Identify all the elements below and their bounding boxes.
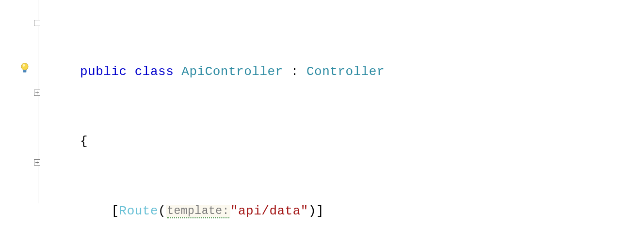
colon: : xyxy=(283,64,306,79)
outline-line xyxy=(38,0,38,203)
fold-toggle-class[interactable] xyxy=(34,20,40,26)
svg-rect-3 xyxy=(23,71,27,72)
route1-string: "api/data" xyxy=(230,204,308,218)
svg-point-1 xyxy=(23,64,25,67)
gutter xyxy=(0,0,46,244)
class-declaration-line: public class ApiController : Controller xyxy=(80,60,386,83)
code-area[interactable]: public class ApiController : Controller … xyxy=(46,0,386,244)
fold-toggle-method2[interactable] xyxy=(34,159,40,166)
open-brace: { xyxy=(80,134,88,149)
svg-point-0 xyxy=(21,63,28,70)
attr1-bracket-open: [ xyxy=(111,204,119,218)
class-name: ApiController xyxy=(181,64,283,79)
svg-rect-2 xyxy=(23,70,27,71)
param-hint1: template: xyxy=(167,205,229,218)
code-editor[interactable]: public class ApiController : Controller … xyxy=(0,0,644,244)
attr1-bracket-close: ] xyxy=(316,204,324,218)
lightbulb-icon[interactable] xyxy=(20,63,29,74)
attr1-paren-open: ( xyxy=(158,204,166,218)
keyword-public: public xyxy=(80,64,127,79)
keyword-class: class xyxy=(135,64,174,79)
route-attr1: Route xyxy=(119,204,159,218)
base-class: Controller xyxy=(306,64,385,79)
fold-toggle-method1[interactable] xyxy=(34,90,40,96)
attr1-paren-close: ) xyxy=(308,204,316,218)
